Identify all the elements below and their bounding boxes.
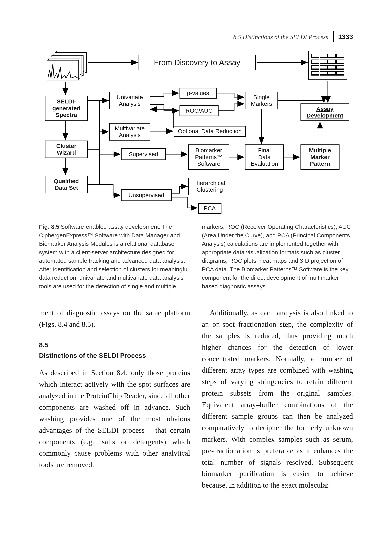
caption-left-text: Software-enabled assay development. The … bbox=[39, 224, 189, 290]
running-head-divider bbox=[333, 31, 334, 42]
section-number: 8.5 bbox=[39, 340, 190, 350]
body-left-para: As described in Section 8.4, only those … bbox=[39, 367, 190, 470]
section-title: Distinctions of the SELDI Process bbox=[39, 350, 190, 361]
caption-left: Fig. 8.5 Software-enabled assay developm… bbox=[39, 222, 190, 291]
body-left-intro: ment of diagnostic assays on the same pl… bbox=[39, 307, 190, 330]
body-text: ment of diagnostic assays on the same pl… bbox=[39, 307, 353, 491]
body-left-column: ment of diagnostic assays on the same pl… bbox=[39, 307, 190, 491]
figure-8-5-diagram: From Discovery to Assay SELDI- generated… bbox=[39, 49, 351, 217]
figure-arrows bbox=[39, 49, 351, 217]
caption-right: markers. ROC (Receiver Operating Charact… bbox=[202, 222, 353, 291]
page-number: 1333 bbox=[338, 33, 353, 40]
body-right-para: Additionally, as each analysis is also l… bbox=[202, 307, 353, 491]
running-head: 8.5 Distinctions of the SELDI Process 13… bbox=[233, 31, 353, 42]
caption-lead: Fig. 8.5 bbox=[39, 224, 59, 230]
running-title: 8.5 Distinctions of the SELDI Process bbox=[233, 33, 328, 40]
page: 8.5 Distinctions of the SELDI Process 13… bbox=[0, 0, 392, 553]
body-right-column: Additionally, as each analysis is also l… bbox=[202, 307, 353, 491]
figure-caption: Fig. 8.5 Software-enabled assay developm… bbox=[39, 222, 353, 291]
